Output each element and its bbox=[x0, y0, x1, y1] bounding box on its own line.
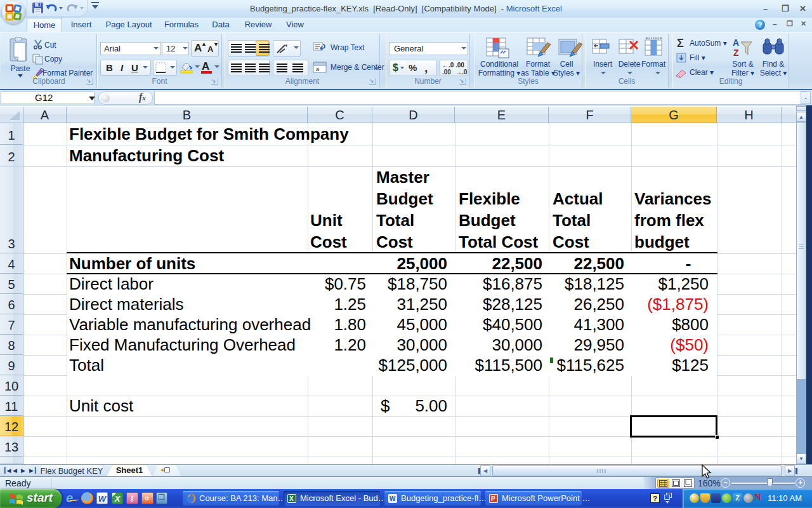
svg-text:A: A bbox=[733, 37, 739, 48]
svg-text:W: W bbox=[390, 495, 396, 502]
svg-text:a: a bbox=[316, 66, 319, 72]
svg-text:Z: Z bbox=[733, 48, 739, 58]
svg-text:X: X bbox=[289, 495, 294, 502]
svg-text:P: P bbox=[491, 495, 495, 502]
